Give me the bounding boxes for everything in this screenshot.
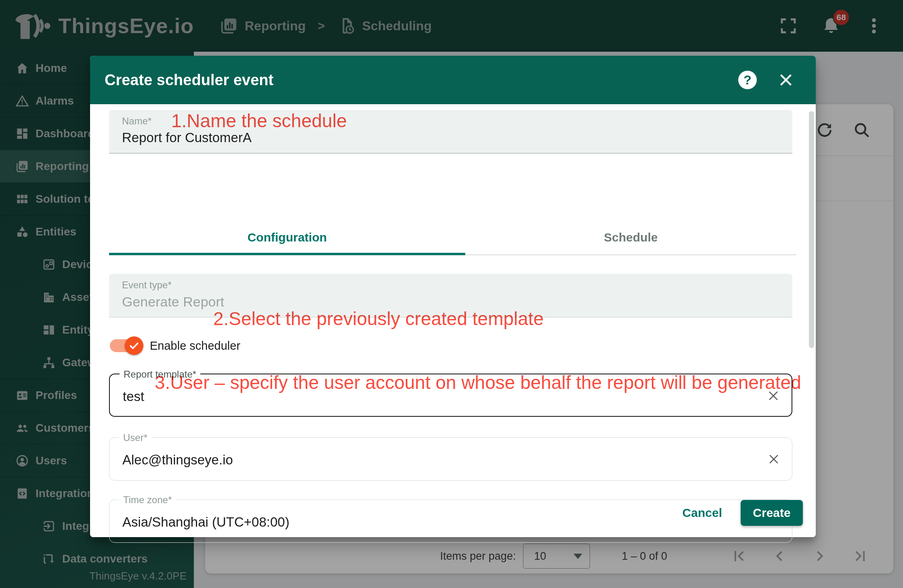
dialog-body: Name* Report for CustomerA Configuration…	[90, 104, 816, 537]
user-field-label: User*	[119, 432, 151, 443]
toggle-switch[interactable]	[110, 339, 139, 352]
check-icon	[128, 340, 140, 351]
tab-underline	[465, 254, 796, 255]
user-field[interactable]: User* Alec@thingseye.io	[109, 437, 792, 481]
name-field-value: Report for CustomerA	[122, 130, 252, 145]
tab-configuration[interactable]: Configuration	[109, 222, 465, 253]
enable-scheduler-label: Enable scheduler	[150, 339, 240, 353]
create-button[interactable]: Create	[741, 500, 803, 526]
clear-icon	[766, 389, 780, 403]
dialog-header: Create scheduler event ?	[90, 56, 816, 104]
name-field-label: Name*	[122, 116, 151, 127]
dialog-title: Create scheduler event	[105, 71, 273, 89]
event-type-field-value: Generate Report	[122, 294, 224, 310]
create-scheduler-event-dialog: Create scheduler event ? Name* Report fo…	[90, 56, 816, 537]
enable-scheduler-toggle-row[interactable]: Enable scheduler	[110, 330, 240, 361]
close-icon	[778, 72, 794, 88]
dialog-actions: Cancel Create	[682, 500, 803, 526]
user-field-value: Alec@thingseye.io	[122, 452, 233, 468]
clear-icon	[767, 452, 781, 466]
app-root: ThingsEye.io Reporting > Scheduling	[0, 0, 903, 588]
toggle-thumb	[125, 336, 143, 355]
tab-schedule[interactable]: Schedule	[465, 222, 796, 253]
close-dialog-button[interactable]	[778, 72, 794, 88]
event-type-field: Event type* Generate Report	[109, 274, 792, 317]
clear-user-button[interactable]	[767, 452, 781, 466]
report-template-field[interactable]: Report template* test	[109, 374, 792, 417]
active-tab-indicator	[109, 253, 465, 255]
report-template-field-value: test	[123, 389, 144, 404]
dialog-tabs: Configuration Schedule	[109, 222, 796, 255]
event-type-field-label: Event type*	[122, 279, 172, 291]
timezone-field-value: Asia/Shanghai (UTC+08:00)	[122, 514, 290, 530]
help-button[interactable]: ?	[738, 71, 757, 89]
modal-scrollbar[interactable]	[809, 111, 814, 348]
clear-report-template-button[interactable]	[766, 389, 780, 403]
timezone-field-label: Time zone*	[119, 494, 176, 506]
report-template-field-label: Report template*	[120, 369, 200, 380]
cancel-button[interactable]: Cancel	[682, 506, 722, 520]
help-icon: ?	[743, 73, 752, 88]
name-field[interactable]: Name* Report for CustomerA	[109, 110, 792, 153]
